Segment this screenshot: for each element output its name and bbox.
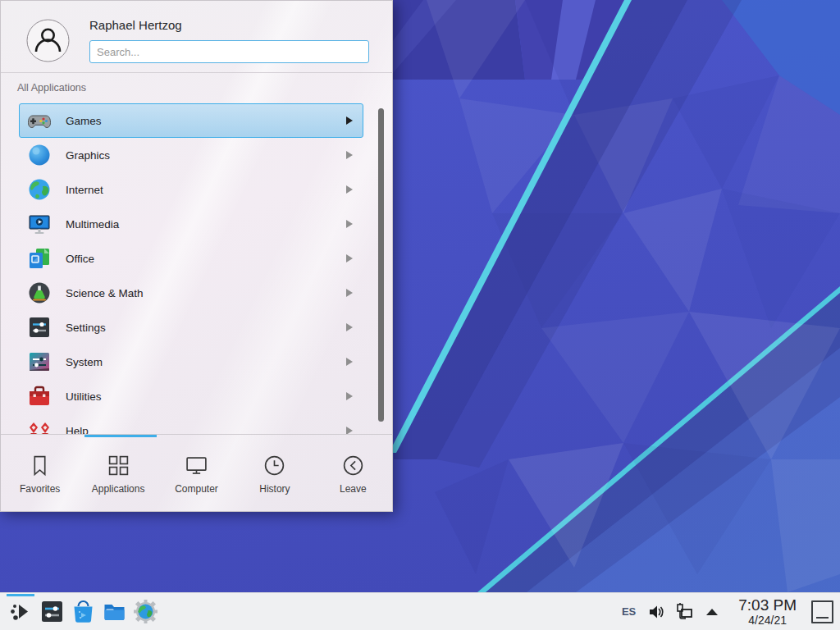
applications-icon [107, 454, 130, 477]
user-avatar[interactable] [26, 19, 70, 62]
submenu-arrow-icon [346, 358, 353, 366]
divider [1, 434, 392, 435]
games-icon [26, 107, 52, 134]
show-desktop-button[interactable] [811, 600, 833, 623]
submenu-arrow-icon [346, 392, 353, 400]
keyboard-layout-indicator[interactable]: ES [619, 605, 638, 618]
tab-leave[interactable]: Leave [314, 436, 392, 512]
submenu-arrow-icon [346, 323, 353, 331]
submenu-arrow-icon [346, 254, 353, 262]
menu-item-settings[interactable]: Settings [19, 310, 363, 345]
help-icon [26, 418, 52, 434]
menu-item-science-math[interactable]: Science & Math [19, 276, 363, 310]
submenu-arrow-icon [346, 116, 353, 125]
system-settings-icon [39, 599, 65, 624]
menu-item-internet[interactable]: Internet [19, 172, 363, 207]
scrollbar[interactable] [378, 108, 384, 422]
digital-clock[interactable]: 7:03 PM 4/24/21 [738, 597, 797, 626]
menu-item-system[interactable]: System [19, 345, 363, 379]
category-list: Games Graphics [1, 101, 392, 434]
tab-favorites[interactable]: Favorites [1, 436, 79, 512]
network-icon[interactable] [674, 602, 694, 622]
internet-icon [26, 176, 52, 203]
search-input[interactable] [89, 40, 369, 63]
launcher-header: Raphael Hertzog [1, 1, 392, 73]
computer-icon [185, 454, 208, 477]
utilities-icon [26, 383, 52, 409]
section-label: All Applications [17, 82, 86, 94]
launcher-tab-bar: Favorites Applications Computer [1, 436, 392, 512]
multimedia-icon [26, 211, 52, 237]
expand-tray-icon[interactable] [702, 602, 722, 622]
submenu-arrow-icon [346, 185, 353, 194]
web-browser-icon [133, 599, 158, 624]
tab-history[interactable]: History [235, 436, 313, 512]
menu-item-multimedia[interactable]: Multimedia [19, 207, 363, 241]
application-launcher-button[interactable] [5, 593, 36, 630]
settings-icon [26, 314, 52, 340]
file-manager-launcher[interactable] [98, 593, 130, 630]
leave-icon [341, 454, 365, 477]
menu-item-help[interactable]: Help [19, 413, 363, 434]
discover-launcher[interactable] [67, 593, 98, 630]
menu-item-games[interactable]: Games [19, 103, 363, 138]
system-tray: ES 7:03 PM 4/2 [619, 597, 835, 626]
submenu-arrow-icon [346, 427, 353, 434]
application-launcher-icon [8, 599, 34, 624]
clock-time: 7:03 PM [738, 597, 797, 613]
submenu-arrow-icon [346, 151, 353, 159]
web-browser-launcher[interactable] [130, 593, 161, 630]
discover-icon [71, 599, 96, 624]
menu-item-utilities[interactable]: Utilities [19, 379, 363, 413]
taskbar: ES 7:03 PM 4/2 [0, 592, 840, 630]
volume-icon[interactable] [646, 602, 666, 622]
history-icon [262, 454, 286, 477]
office-icon [26, 245, 52, 272]
user-name: Raphael Hertzog [89, 18, 182, 32]
favorites-icon [28, 454, 52, 477]
file-manager-icon [102, 599, 127, 624]
graphics-icon [26, 142, 52, 168]
application-launcher-menu: Raphael Hertzog All Applications [0, 0, 393, 512]
clock-date: 4/24/21 [738, 614, 797, 626]
system-icon [26, 349, 52, 375]
menu-item-office[interactable]: Office [19, 241, 363, 276]
system-settings-launcher[interactable] [36, 593, 67, 630]
menu-item-graphics[interactable]: Graphics [19, 138, 363, 172]
science-icon [26, 280, 52, 306]
desktop: Raphael Hertzog All Applications [0, 0, 840, 630]
tab-applications[interactable]: Applications [79, 436, 157, 512]
submenu-arrow-icon [346, 289, 353, 297]
tab-computer[interactable]: Computer [158, 436, 235, 512]
submenu-arrow-icon [346, 220, 353, 228]
